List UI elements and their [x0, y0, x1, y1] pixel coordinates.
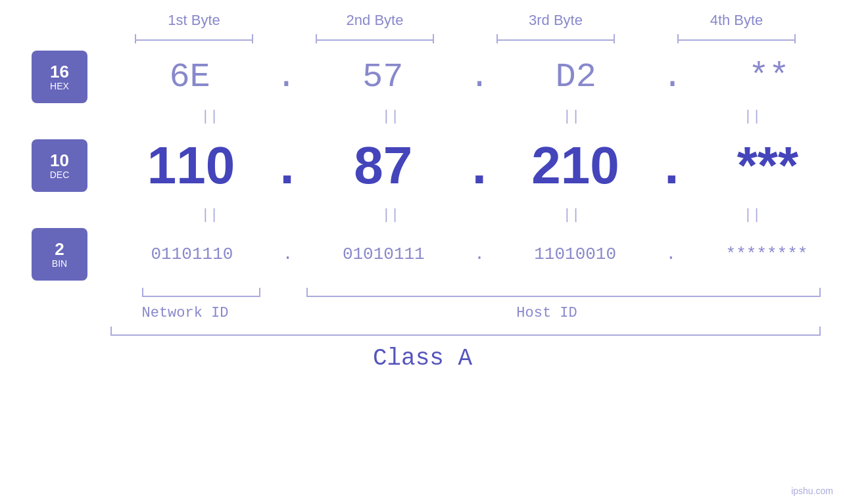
bin-badge-number: 2	[55, 240, 64, 259]
bin-dot1: .	[283, 244, 293, 264]
bracket-byte2	[309, 34, 441, 47]
class-label: Class A	[0, 345, 845, 372]
dec-byte3-value: 210	[531, 136, 619, 195]
network-id-label-container: Network ID	[104, 305, 267, 321]
host-id-label: Host ID	[516, 305, 577, 321]
host-bracket-left	[306, 288, 308, 297]
class-bracket	[104, 325, 827, 338]
bin-byte2-value: 01010111	[343, 244, 425, 264]
bracket-byte3	[490, 34, 621, 47]
host-bracket	[300, 286, 827, 300]
bin-byte4: ********	[701, 244, 833, 264]
byte-headers: 1st Byte 2nd Byte 3rd Byte 4th Byte	[104, 12, 827, 29]
dec-byte1: 110	[126, 135, 257, 196]
bracket-byte3-right	[614, 34, 615, 43]
dec-byte1-value: 110	[147, 136, 235, 195]
bracket-byte4	[671, 34, 802, 47]
equals-2-byte1: ||	[144, 207, 276, 223]
bracket-byte2-right	[433, 34, 434, 43]
network-bracket-line	[142, 296, 260, 297]
class-bracket-line	[110, 334, 821, 336]
equals-1-byte4: ||	[687, 108, 818, 125]
byte1-header: 1st Byte	[128, 12, 260, 29]
equals-row-2: || || || ||	[120, 205, 843, 225]
host-bracket-line	[306, 296, 821, 297]
hex-badge-number: 16	[50, 62, 69, 81]
hex-row: 16 HEX 6E . 57 . D2 . **	[0, 47, 845, 106]
top-brackets	[104, 34, 827, 47]
equals-1-byte3: ||	[506, 108, 637, 125]
equals-2-byte3: ||	[506, 207, 637, 223]
hex-dot1: .	[276, 58, 297, 97]
hex-byte4-value: **	[748, 58, 789, 97]
dec-values: 110 . 87 . 210 . ***	[114, 135, 845, 196]
equals-1-byte1: ||	[144, 108, 276, 125]
dec-byte2-value: 87	[354, 136, 412, 195]
dec-badge-label: DEC	[50, 170, 70, 180]
hex-byte2-value: 57	[362, 58, 403, 97]
main-container: 1st Byte 2nd Byte 3rd Byte 4th Byte 16 H…	[0, 0, 845, 504]
equals-row-1: || || || ||	[120, 106, 843, 126]
hex-byte4: **	[703, 58, 834, 97]
bin-badge-label: BIN	[52, 259, 67, 269]
hex-byte1: 6E	[124, 58, 256, 97]
byte3-header: 3rd Byte	[490, 12, 621, 29]
hex-dot2: .	[469, 58, 489, 97]
bin-badge: 2 BIN	[32, 228, 87, 281]
bracket-byte1-right	[252, 34, 253, 43]
byte2-header: 2nd Byte	[309, 12, 441, 29]
id-labels: Network ID Host ID	[104, 305, 827, 321]
hex-badge-label: HEX	[50, 81, 69, 91]
hex-values: 6E . 57 . D2 . **	[114, 58, 845, 97]
dec-byte4-value: ***	[737, 136, 798, 195]
dec-byte4: ***	[702, 135, 833, 196]
hex-badge: 16 HEX	[32, 51, 87, 103]
bin-byte4-value: ********	[726, 244, 808, 264]
hex-byte3-value: D2	[556, 58, 596, 97]
hex-dot3: .	[662, 58, 683, 97]
dec-badge-number: 10	[50, 151, 69, 170]
network-bracket	[135, 286, 267, 300]
bin-values: 01101110 . 01010111 . 11010010 . *******…	[114, 244, 845, 264]
equals-2-byte4: ||	[687, 207, 818, 223]
dec-badge: 10 DEC	[32, 139, 87, 192]
hex-byte3: D2	[510, 58, 642, 97]
bottom-brackets-container	[104, 286, 827, 300]
dec-dot2: .	[472, 135, 487, 196]
bin-byte3-value: 11010010	[534, 244, 616, 264]
bin-byte1-value: 01101110	[151, 244, 233, 264]
bin-byte1: 01101110	[126, 244, 258, 264]
network-id-label: Network ID	[141, 305, 228, 321]
network-bracket-left	[142, 288, 143, 297]
dec-byte3: 210	[510, 135, 641, 196]
equals-2-byte2: ||	[325, 207, 456, 223]
dec-dot1: .	[280, 135, 295, 196]
hex-byte1-value: 6E	[169, 58, 210, 97]
class-bracket-left	[110, 327, 112, 336]
watermark: ipshu.com	[791, 486, 833, 496]
class-bracket-right	[819, 327, 821, 336]
bracket-byte1	[128, 34, 260, 47]
hex-byte2: 57	[317, 58, 448, 97]
host-bracket-right	[819, 288, 821, 297]
dec-dot3: .	[664, 135, 679, 196]
dec-row: 10 DEC 110 . 87 . 210 . ***	[0, 126, 845, 205]
bracket-spacer1	[267, 286, 300, 300]
dec-byte2: 87	[318, 135, 449, 196]
bracket-byte4-right	[794, 34, 796, 43]
bin-dot3: .	[666, 244, 677, 264]
host-id-label-container: Host ID	[267, 305, 827, 321]
bin-dot2: .	[474, 244, 485, 264]
byte4-header: 4th Byte	[671, 12, 802, 29]
network-bracket-right	[259, 288, 260, 297]
equals-1-byte2: ||	[325, 108, 456, 125]
bin-byte2: 01010111	[318, 244, 449, 264]
bin-row: 2 BIN 01101110 . 01010111 . 11010010 . *…	[0, 225, 845, 284]
bin-byte3: 11010010	[510, 244, 641, 264]
